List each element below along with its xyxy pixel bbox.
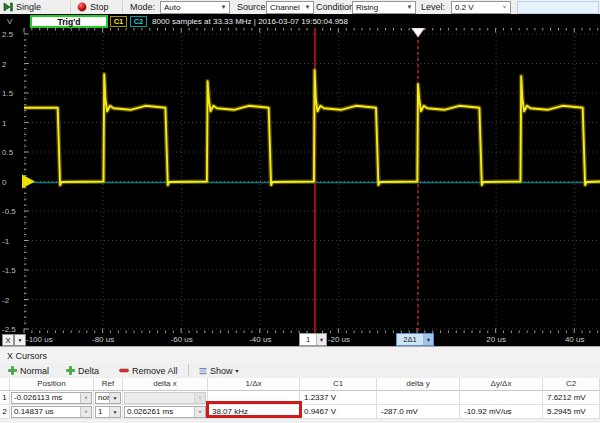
cursor2-c2-reading: 5.2945 mV [543, 405, 600, 419]
y-axis-label: 2.5 [2, 30, 14, 39]
table-row: 2 0.14837 us ˅ 1 ▼ 0.026261 ms ˅ 38.07 k… [0, 405, 600, 419]
channel1-badge[interactable]: C1 [110, 16, 127, 27]
waveform-plot-area[interactable]: 2.521.510.50-0.5-1-1.5-2-2.5 [0, 28, 600, 333]
corner-cell [0, 378, 10, 391]
cursor2-inv-delta-x: 38.07 kHz [208, 405, 300, 419]
row-number: 2 [0, 405, 10, 419]
list-icon [199, 367, 207, 375]
cursor2-dy-dx: -10.92 mV/us [460, 405, 543, 419]
source-value: Channel 1 [267, 3, 302, 12]
channel2-badge[interactable]: C2 [130, 16, 147, 27]
y-axis-unit-label: V [7, 17, 12, 26]
col-header-c1[interactable]: C1 [300, 378, 377, 391]
mode-select[interactable]: Auto ▼ [160, 1, 230, 14]
cursor1-delta-y [377, 391, 460, 405]
add-delta-label: Delta [78, 366, 99, 376]
cursor2-tag-box[interactable]: 2Δ1 ▼ [396, 333, 434, 346]
cursor2-delta-x-select[interactable]: 0.026261 ms ˅ [124, 406, 206, 418]
col-header-inv-delta-x[interactable]: 1/Δx [208, 378, 300, 391]
status-bar: V Trig'd C1 C2 8000 samples at 33.33 MHz… [0, 14, 600, 28]
level-input[interactable]: 0.2 V ˅ [451, 1, 511, 14]
capture-toolbar: Single Stop Mode: Auto ▼ Source: Channel… [0, 0, 600, 15]
cursor2-ref-value: 1 [96, 407, 109, 417]
single-button[interactable]: Single [3, 0, 41, 14]
cursor1-delta-x-select: ˅ [124, 392, 206, 404]
col-header-position[interactable]: Position [10, 378, 94, 391]
stop-button[interactable]: Stop [77, 0, 109, 14]
cursor1-inv-delta-x [208, 391, 300, 405]
mode-label: Mode: [130, 0, 155, 14]
y-axis-label: -2 [2, 296, 10, 305]
single-capture-icon [3, 2, 13, 12]
chevron-down-icon: ˅ [194, 393, 205, 403]
cursors-table: Position Ref delta x 1/Δx C1 delta y Δy/… [0, 378, 600, 419]
sample-info-text: 8000 samples at 33.33 MHz | 2016-03-07 1… [152, 17, 348, 26]
row-number: 1 [0, 391, 10, 405]
cursor1-tag-label: 1 [300, 334, 316, 345]
single-button-label: Single [16, 2, 41, 12]
cursors-toolbar: Normal Delta Remove All Show ▾ [0, 363, 600, 378]
x-cursors-panel-title: X Cursors [7, 351, 47, 361]
cursor2-ref-select[interactable]: 1 ▼ [95, 406, 121, 418]
chevron-down-icon: ˅ [499, 2, 510, 13]
add-normal-label: Normal [20, 366, 49, 376]
waveform-plot: 2.521.510.50-0.5-1-1.5-2-2.5 [0, 28, 600, 333]
cursor2-tag-label: 2Δ1 [397, 334, 423, 345]
cursor1-tag-box[interactable]: 1 ▼ [299, 333, 327, 346]
col-header-c2[interactable]: C2 [543, 378, 600, 391]
x-axis-label: -60 us [171, 335, 193, 344]
add-normal-cursor-button[interactable]: Normal [5, 364, 52, 377]
stop-button-label: Stop [90, 2, 109, 12]
x-axis-label: -80 us [92, 335, 114, 344]
chevron-down-icon: ▾ [236, 367, 239, 374]
level-value: 0.2 V [452, 3, 499, 12]
toolbar-extra-field[interactable] [517, 1, 599, 14]
cursor1-ref-select[interactable]: none ▼ [95, 392, 121, 404]
chevron-down-icon: ▼ [109, 393, 120, 403]
x-axis-label: 40 us [565, 335, 585, 344]
chevron-down-icon: ▼ [404, 2, 415, 13]
cursor2-position-select[interactable]: 0.14837 us ˅ [11, 406, 92, 418]
add-delta-cursor-button[interactable]: Delta [63, 364, 102, 377]
col-header-delta-y[interactable]: delta y [377, 378, 460, 391]
x-axis-unit-button[interactable]: X [2, 334, 14, 346]
col-header-ref[interactable]: Ref [94, 378, 123, 391]
cursors-table-header-row: Position Ref delta x 1/Δx C1 delta y Δy/… [0, 378, 600, 391]
source-select[interactable]: Channel 1 ▼ [266, 1, 314, 14]
table-row: 1 -0.026113 ms ˅ none ▼ ˅ 1.2337 V 7.621… [0, 391, 600, 405]
remove-all-cursors-button[interactable]: Remove All [116, 364, 181, 377]
x-axis-strip: X ▼ -100 us-80 us-60 us-40 us-20 us20 us… [0, 333, 600, 346]
stop-icon [77, 2, 87, 12]
y-axis-label: -1 [2, 237, 10, 246]
toolbar-separator [122, 1, 123, 13]
mode-value: Auto [161, 3, 218, 12]
chevron-down-icon: ▼ [109, 407, 120, 417]
col-header-delta-x[interactable]: delta x [123, 378, 208, 391]
cursor1-position-select[interactable]: -0.026113 ms ˅ [11, 392, 92, 404]
condition-label: Condition: [316, 0, 357, 14]
y-axis-label: 1.5 [2, 89, 14, 98]
trigger-status-badge: Trig'd [30, 15, 108, 28]
y-axis-label: 0 [2, 178, 7, 187]
chevron-down-icon: ▼ [316, 334, 326, 345]
cursor1-c2-reading: 7.6212 mV [543, 391, 600, 405]
x-axis-label: -20 us [328, 335, 350, 344]
panel-bottom-fill [0, 419, 600, 423]
remove-all-label: Remove All [132, 366, 178, 376]
x-axis-label: -40 us [249, 335, 271, 344]
condition-select[interactable]: Rising ▼ [352, 1, 416, 14]
x-axis-label: -100 us [26, 335, 53, 344]
toolbar-separator [70, 1, 71, 13]
cursor1-delta-x-value [125, 393, 194, 403]
minus-icon [119, 366, 129, 375]
y-axis-label: 2 [2, 60, 7, 69]
y-axis-label: -1.5 [2, 266, 16, 275]
show-menu-button[interactable]: Show ▾ [196, 364, 242, 377]
show-label: Show [210, 366, 233, 376]
x-cursors-panel-header[interactable]: X Cursors [0, 346, 600, 364]
chevron-down-icon: ˅ [194, 407, 205, 417]
y-axis-label: -0.5 [2, 207, 16, 216]
col-header-dy-dx[interactable]: Δy/Δx [460, 378, 543, 391]
condition-value: Rising [353, 3, 404, 12]
x-axis-dropdown-button[interactable]: ▼ [14, 334, 26, 346]
